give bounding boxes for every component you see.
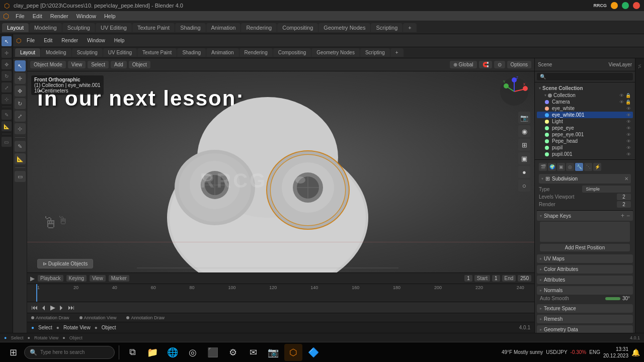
tool-cursor[interactable]: ✛ bbox=[2, 48, 12, 58]
vp-object-mode[interactable]: Object Mode bbox=[30, 61, 66, 68]
normals-header[interactable]: Normals bbox=[537, 286, 633, 295]
tab-layout[interactable]: Layout bbox=[2, 23, 29, 32]
tool-measure[interactable]: 📐 bbox=[2, 121, 12, 131]
tl-jump-end[interactable]: ⏭ bbox=[68, 304, 74, 311]
tl-marker[interactable]: Marker bbox=[109, 275, 129, 282]
tl-keying[interactable]: Keying bbox=[66, 275, 87, 282]
tool-move[interactable]: ✥ bbox=[2, 59, 12, 69]
vp-view-menu[interactable]: View bbox=[68, 61, 86, 68]
sc-item-pupil[interactable]: pupil 👁 bbox=[537, 144, 633, 151]
taskbar-app-settings[interactable]: ⚙ bbox=[224, 344, 242, 361]
prop-icon-object[interactable]: ▣ bbox=[557, 163, 565, 171]
vp-solid-mode[interactable]: ○ bbox=[518, 179, 530, 192]
ann-draw-1[interactable]: Annotation Draw bbox=[31, 315, 69, 320]
inner-tab-compositing[interactable]: Compositing bbox=[273, 48, 311, 57]
prop-icon-particles[interactable]: ⋱ bbox=[584, 163, 592, 171]
inner-tab-add[interactable]: + bbox=[390, 48, 404, 57]
vp-global[interactable]: ⊕ Global bbox=[450, 61, 477, 68]
sc-item-light[interactable]: Light 👁 bbox=[537, 118, 633, 125]
vp-select-menu[interactable]: Select bbox=[88, 61, 109, 68]
inner-tool-box[interactable]: ▭ bbox=[15, 171, 26, 182]
taskbar-search[interactable]: 🔍 bbox=[24, 346, 115, 359]
inner-tool-annotate[interactable]: ✎ bbox=[15, 141, 26, 152]
vp-zoom-camera[interactable]: 📷 bbox=[518, 112, 530, 124]
vp-add-menu[interactable]: Add bbox=[111, 61, 127, 68]
close-button[interactable] bbox=[633, 2, 640, 9]
tl-prev-frame[interactable]: ⏴ bbox=[41, 304, 47, 311]
inner-tab-animation[interactable]: Animation bbox=[206, 48, 238, 57]
sc-item-eyewhite[interactable]: eye_white 👁 bbox=[537, 105, 633, 112]
prop-icon-modifier[interactable]: 🔧 bbox=[575, 163, 583, 171]
taskbar-app-unknown[interactable]: 🔷 bbox=[304, 344, 323, 361]
inner-tab-rendering[interactable]: Rendering bbox=[239, 48, 273, 57]
prop-icon-mesh[interactable]: ◎ bbox=[566, 163, 574, 171]
minimize-button[interactable] bbox=[611, 2, 618, 9]
inner-tab-geo-nodes[interactable]: Geometry Nodes bbox=[311, 48, 360, 57]
subdiv-close[interactable]: ✕ bbox=[624, 176, 628, 182]
taskbar-search-input[interactable] bbox=[40, 349, 106, 355]
inner-tab-sculpting[interactable]: Sculpting bbox=[72, 48, 103, 57]
system-clock[interactable]: 13:31 20.12.2023 bbox=[603, 346, 628, 359]
ann-draw-2[interactable]: Annotation Draw bbox=[126, 315, 165, 320]
inner-tool-rotate[interactable]: ↻ bbox=[15, 98, 26, 109]
vp-options-btn[interactable]: Options bbox=[507, 61, 531, 68]
sk-remove[interactable]: − bbox=[626, 212, 630, 219]
taskbar-app-chrome[interactable]: ◎ bbox=[184, 344, 202, 361]
vp-overlay-toggle[interactable]: ⊞ bbox=[518, 139, 530, 151]
tab-modeling[interactable]: Modeling bbox=[29, 23, 62, 32]
inner-tool-scale[interactable]: ⤢ bbox=[15, 111, 26, 122]
inner-tab-uv[interactable]: UV Editing bbox=[103, 48, 137, 57]
inner-tool-measure[interactable]: 📐 bbox=[15, 153, 26, 164]
vp-object-menu[interactable]: Object bbox=[129, 61, 150, 68]
tl-start-val[interactable]: 1 bbox=[492, 275, 500, 282]
inner-tool-cursor[interactable]: ✛ bbox=[15, 73, 26, 84]
prop-icon-scene[interactable]: 🎬 bbox=[539, 163, 547, 171]
sc-item-camera[interactable]: Camera 👁 🔒 bbox=[537, 99, 633, 105]
inner-tab-shading[interactable]: Shading bbox=[177, 48, 206, 57]
vp-proportional[interactable]: ⊙ bbox=[494, 61, 505, 68]
vp-xray-toggle[interactable]: ▣ bbox=[518, 152, 530, 164]
tool-rotate[interactable]: ↻ bbox=[2, 71, 12, 81]
menu-edit[interactable]: Edit bbox=[29, 12, 46, 20]
vp-material-preview[interactable]: ● bbox=[518, 166, 530, 178]
inner-menu-window[interactable]: Window bbox=[84, 37, 109, 44]
remesh-header[interactable]: Remesh bbox=[537, 315, 633, 323]
sc-item-collection[interactable]: Collection 👁 🔒 bbox=[537, 92, 633, 99]
uv-maps-header[interactable]: UV Maps bbox=[537, 254, 633, 263]
taskbar-app-mail[interactable]: ✉ bbox=[244, 344, 262, 361]
tool-transform[interactable]: ⊹ bbox=[2, 94, 12, 104]
subdiv-levels-val[interactable]: 2 bbox=[617, 194, 631, 200]
color-attr-header[interactable]: Color Attributes bbox=[537, 265, 633, 274]
tl-current-frame[interactable]: 1 bbox=[464, 275, 472, 282]
taskbar-app-blender[interactable]: ⬡ bbox=[284, 344, 302, 361]
add-rest-position-btn[interactable]: Add Rest Position bbox=[540, 244, 630, 251]
taskbar-app-terminal[interactable]: ⬛ bbox=[204, 344, 222, 361]
tab-compositing[interactable]: Compositing bbox=[277, 23, 318, 32]
viewport-gizmo[interactable]: X Y Z bbox=[499, 76, 529, 107]
inner-menu-file[interactable]: File bbox=[23, 37, 38, 44]
shape-keys-header[interactable]: Shape Keys + − bbox=[537, 211, 633, 221]
sc-item-pepeeye001[interactable]: pepe_eye.001 👁 bbox=[537, 131, 633, 138]
tab-scripting[interactable]: Scripting bbox=[371, 23, 403, 32]
vp-snap[interactable]: 🧲 bbox=[479, 61, 492, 68]
tool-select[interactable]: ↖ bbox=[2, 36, 12, 46]
vp-render-preview[interactable]: ◉ bbox=[518, 125, 530, 137]
tool-scale[interactable]: ⤢ bbox=[2, 82, 12, 93]
gd-header[interactable]: Geometry Data bbox=[537, 325, 633, 333]
sc-item-pepehead[interactable]: Pepe_head 👁 bbox=[537, 138, 633, 144]
taskbar-app-edge[interactable]: 🌐 bbox=[164, 344, 182, 361]
menu-window[interactable]: Window bbox=[73, 12, 100, 20]
sc-item-eyewhite001[interactable]: eye_white.001 👁 bbox=[537, 112, 633, 118]
viewport-canvas[interactable]: in our next lesson: Front Orthographic (… bbox=[27, 71, 534, 273]
menu-render[interactable]: Render bbox=[47, 12, 72, 20]
auto-smooth-toggle[interactable] bbox=[605, 297, 620, 300]
attr-header[interactable]: Attributes bbox=[537, 276, 633, 284]
tab-animation[interactable]: Animation bbox=[206, 23, 241, 32]
inner-menu-render[interactable]: Render bbox=[58, 37, 82, 44]
tool-annotate[interactable]: ✎ bbox=[2, 110, 12, 120]
tl-view[interactable]: View bbox=[90, 275, 106, 282]
tab-uv-editing[interactable]: UV Editing bbox=[96, 23, 132, 32]
menu-file[interactable]: File bbox=[12, 12, 28, 20]
inner-tool-select[interactable]: ↖ bbox=[15, 60, 26, 71]
scene-search-input[interactable]: 🔍 bbox=[537, 73, 633, 80]
